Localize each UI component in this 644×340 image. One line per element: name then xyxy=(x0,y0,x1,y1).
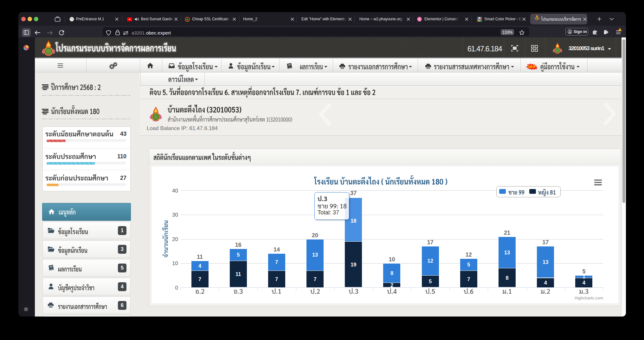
svg-text:NEW: NEW xyxy=(528,65,536,69)
svg-text:E: E xyxy=(419,18,421,21)
